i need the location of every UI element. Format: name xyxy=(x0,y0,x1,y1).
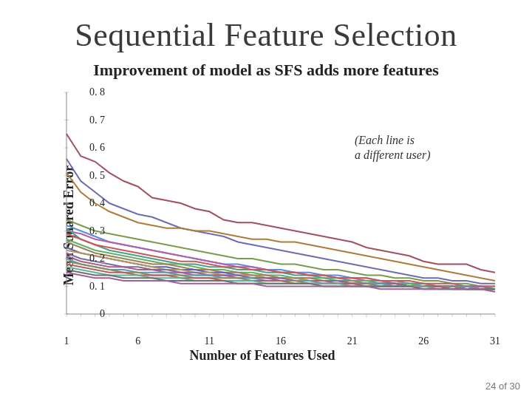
page-number: 24 of 30 xyxy=(485,381,520,392)
x-tick-label: 21 xyxy=(347,335,358,347)
y-tick-label: 0. 3 xyxy=(75,225,105,237)
plot-svg xyxy=(59,89,502,332)
series-line xyxy=(66,242,495,290)
y-tick-label: 0. 1 xyxy=(75,281,105,293)
x-tick-label: 1 xyxy=(64,335,69,347)
chart: Mean Squared Error 00. 10. 20. 30. 40. 5… xyxy=(15,89,510,362)
series-line xyxy=(66,220,495,287)
chart-subtitle: Improvement of model as SFS adds more fe… xyxy=(0,61,532,80)
x-tick-label: 11 xyxy=(205,335,214,347)
x-axis-label: Number of Features Used xyxy=(15,348,510,364)
y-tick-label: 0 xyxy=(75,308,105,320)
x-tick-label: 16 xyxy=(276,335,286,347)
y-tick-label: 0. 2 xyxy=(75,253,105,265)
slide: Sequential Feature Selection Improvement… xyxy=(0,0,532,399)
y-tick-label: 0. 7 xyxy=(75,115,105,126)
slide-title: Sequential Feature Selection xyxy=(0,16,532,54)
x-tick-label: 31 xyxy=(490,335,500,347)
x-tick-label: 6 xyxy=(135,335,140,347)
y-tick-label: 0. 8 xyxy=(75,86,105,98)
y-tick-label: 0. 6 xyxy=(75,142,105,154)
chart-annotation: (Each line is a different user) xyxy=(355,133,431,163)
y-tick-label: 0. 4 xyxy=(75,197,105,209)
y-tick-label: 0. 5 xyxy=(75,170,105,182)
plot-area xyxy=(59,89,502,332)
x-tick-label: 26 xyxy=(418,335,429,347)
